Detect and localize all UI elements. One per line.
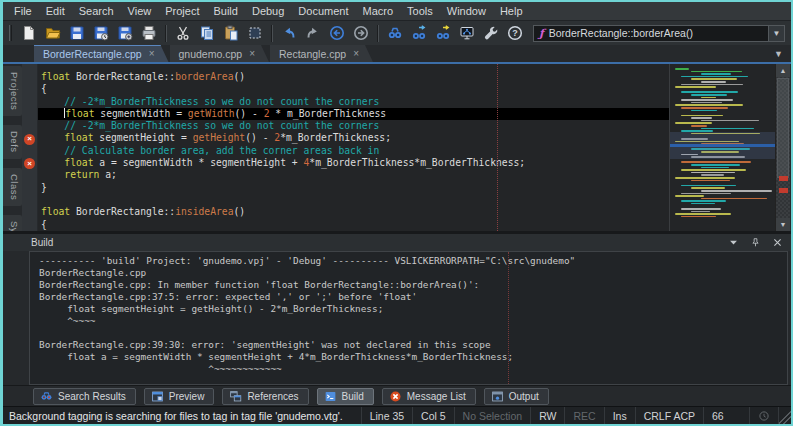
- toolbar-button-navigate-back[interactable]: [325, 23, 349, 44]
- status-bar: Background tagging is searching for file…: [3, 406, 791, 424]
- scroll-up-icon[interactable]: ▲: [776, 64, 790, 77]
- tab-rectangle-cpp[interactable]: Rectangle.cpp×: [270, 45, 373, 62]
- status-message: Background tagging is searching for file…: [3, 407, 362, 424]
- toolbar-button-find-next[interactable]: [407, 23, 431, 44]
- toolbar-button-copy[interactable]: [195, 23, 219, 44]
- sidebar-tab-projects[interactable]: Projects: [3, 66, 22, 116]
- toolbar-button-new-file[interactable]: [17, 23, 41, 44]
- toolbar-button-find-in-files[interactable]: [431, 23, 455, 44]
- minimap-line: [701, 174, 724, 176]
- toolbar-grip[interactable]: [9, 25, 12, 41]
- toolbar-button-save-all[interactable]: [113, 23, 137, 44]
- tab-close-icon[interactable]: ×: [353, 49, 359, 59]
- build-output[interactable]: ---------- 'build' Project: 'gnudemo.vpj…: [29, 251, 788, 385]
- tab-close-icon[interactable]: ×: [249, 49, 255, 59]
- menu-item-search[interactable]: Search: [72, 4, 121, 18]
- status-cell-66[interactable]: 66: [704, 407, 750, 424]
- menu-item-tools[interactable]: Tools: [400, 4, 440, 18]
- cut-icon: [175, 25, 191, 41]
- code-line: float a = segmentWidth * segmentHeight +…: [38, 157, 669, 169]
- build-panel-menu-dropdown-icon[interactable]: [728, 237, 739, 248]
- build-close-icon[interactable]: [772, 237, 783, 248]
- minimap-line: [675, 112, 772, 114]
- tab-overflow-icon[interactable]: ▼: [774, 49, 783, 59]
- code-line: {: [38, 83, 669, 95]
- symbol-combobox[interactable]: ƒ BorderRectangle::borderArea() ▼: [533, 25, 785, 42]
- menu-item-project[interactable]: Project: [158, 4, 206, 18]
- toolbar-button-find[interactable]: [383, 23, 407, 44]
- menu-item-document[interactable]: Document: [291, 4, 355, 18]
- status-cell-ins[interactable]: Ins: [605, 407, 636, 424]
- toolbar-button-open-file[interactable]: [41, 23, 65, 44]
- tab-borderrectangle-cpp[interactable]: BorderRectangle.cpp×: [34, 45, 169, 62]
- scrollbar-thumb[interactable]: [777, 78, 789, 178]
- code-line: {: [38, 219, 669, 231]
- status-cell-clock[interactable]: [750, 407, 779, 424]
- build-output-line: ^~~~~: [39, 315, 787, 327]
- toolbar-button-select-code-block[interactable]: [243, 23, 267, 44]
- paste-icon: [223, 25, 239, 41]
- minimap-line: [681, 193, 731, 195]
- minimap-line: [701, 81, 726, 83]
- tab-gnudemo-cpp[interactable]: gnudemo.cpp×: [170, 45, 269, 62]
- minimap-line: [691, 78, 737, 80]
- menu-item-view[interactable]: View: [121, 4, 159, 18]
- toolbar-button-help[interactable]: ?: [503, 23, 527, 44]
- editor-gutter: ××: [22, 64, 38, 231]
- scroll-down-icon[interactable]: ▼: [776, 218, 790, 231]
- toolbar-button-redo[interactable]: [301, 23, 325, 44]
- menu-item-debug[interactable]: Debug: [245, 4, 291, 18]
- minimap-line: [681, 161, 751, 163]
- tab-close-icon[interactable]: ×: [149, 49, 155, 59]
- toolbar-button-options-wrench[interactable]: [479, 23, 503, 44]
- error-badge-icon: [389, 390, 402, 403]
- tool-tab-build[interactable]: Build: [317, 388, 374, 405]
- menu-item-macro[interactable]: Macro: [356, 4, 401, 18]
- tool-tab-preview[interactable]: Preview: [144, 388, 215, 405]
- scrollbar-error-mark[interactable]: [779, 188, 788, 193]
- toolbar-button-undo[interactable]: [277, 23, 301, 44]
- minimap-current-line: [670, 144, 775, 147]
- status-cell-no-selection[interactable]: No Selection: [455, 407, 532, 424]
- tool-tab-references[interactable]: References: [222, 388, 308, 405]
- tool-tab-output[interactable]: Output: [484, 388, 549, 405]
- print-icon: [141, 25, 157, 41]
- combobox-dropdown-icon[interactable]: ▼: [768, 26, 784, 41]
- preview-window-icon: [151, 390, 164, 403]
- toolbar-button-remote-tools[interactable]: [455, 23, 479, 44]
- menu-item-window[interactable]: Window: [440, 4, 493, 18]
- toolbar-button-paste[interactable]: [219, 23, 243, 44]
- code-editor[interactable]: float BorderRectangle::borderArea(){ // …: [38, 64, 669, 231]
- tool-tab-message-list[interactable]: Message List: [382, 388, 476, 405]
- build-pin-icon[interactable]: [750, 237, 761, 248]
- toolbar-button-cut[interactable]: [171, 23, 195, 44]
- sidebar-tab-class[interactable]: Class: [3, 168, 22, 206]
- menu-item-edit[interactable]: Edit: [39, 4, 72, 18]
- scrollbar-error-mark[interactable]: [779, 176, 788, 181]
- minimap-line: [675, 213, 731, 215]
- code-line: return a;: [38, 169, 669, 181]
- menu-item-help[interactable]: Help: [493, 4, 530, 18]
- minimap-line: [691, 71, 742, 73]
- vertical-scrollbar[interactable]: ▲ ▼: [775, 64, 790, 231]
- sidebar-tab-defs[interactable]: Defs: [3, 125, 22, 159]
- status-cell-col-5[interactable]: Col 5: [413, 407, 455, 424]
- toolbar-button-save-as[interactable]: [89, 23, 113, 44]
- clock-icon: [758, 410, 770, 422]
- toolbar-button-save[interactable]: [65, 23, 89, 44]
- resize-grip[interactable]: [779, 407, 791, 424]
- dock-tab-strip: ProjectsDefsClassSymbols: [3, 64, 22, 231]
- toolbar-button-navigate-forward[interactable]: [349, 23, 373, 44]
- build-output-line: BorderRectangle.cpp:39:30: error: 'segme…: [39, 339, 787, 351]
- status-cell-line-35[interactable]: Line 35: [362, 407, 413, 424]
- menu-item-build[interactable]: Build: [206, 4, 244, 18]
- sidebar-tab-symbols[interactable]: Symbols: [3, 215, 22, 231]
- status-cell-rw[interactable]: RW: [531, 407, 565, 424]
- menu-item-file[interactable]: File: [7, 4, 39, 18]
- build-column-ruler: [508, 252, 509, 384]
- status-cell-rec[interactable]: REC: [565, 407, 604, 424]
- minimap[interactable]: [669, 64, 775, 231]
- tool-tab-search-results[interactable]: Search Results: [33, 388, 136, 405]
- toolbar-button-print[interactable]: [137, 23, 161, 44]
- status-cell-crlf-acp[interactable]: CRLF ACP: [636, 407, 704, 424]
